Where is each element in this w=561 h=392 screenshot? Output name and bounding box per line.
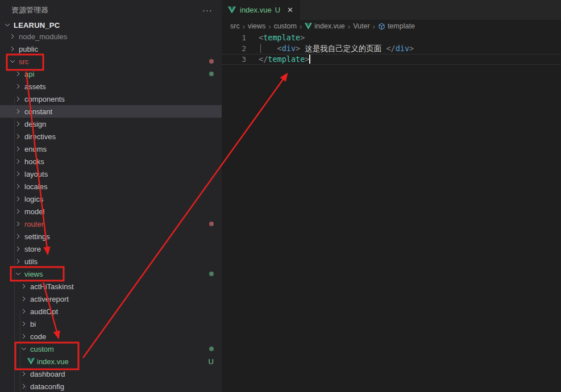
breadcrumb-segment-custom[interactable]: custom — [274, 22, 297, 30]
tree-item-label: utils — [24, 257, 38, 266]
code-line-1: 1<template> — [222, 32, 561, 43]
breadcrumb-label: index.vue — [314, 22, 345, 30]
breadcrumb-label: template — [388, 22, 415, 30]
tree-item-auditOpt[interactable]: auditOpt — [0, 305, 222, 318]
chevron-right-icon — [19, 319, 28, 328]
tree-item-utils[interactable]: utils — [0, 255, 222, 268]
code-editor[interactable]: 1<template>2 <div> 这是我自己定义的页面 </div>3</t… — [222, 32, 561, 65]
close-icon[interactable]: ✕ — [286, 6, 294, 14]
tree-item-dashboard[interactable]: dashboard — [0, 368, 222, 380]
tree-item-design[interactable]: design — [0, 118, 222, 130]
tree-item-router[interactable]: router — [0, 218, 222, 230]
breadcrumb-label: views — [248, 22, 265, 30]
chevron-right-icon — [14, 232, 23, 241]
chevron-right-icon — [14, 194, 23, 203]
breadcrumb-segment-index.vue[interactable]: index.vue — [305, 22, 345, 30]
tree-item-code[interactable]: code — [0, 330, 222, 343]
breadcrumb-segment-views[interactable]: views — [248, 22, 265, 30]
tree-item-label: views — [24, 270, 43, 278]
breadcrumb-segment-Vuter[interactable]: Vuter — [353, 22, 369, 30]
breadcrumb-segment-template[interactable]: template — [378, 22, 415, 30]
vue-icon — [305, 23, 312, 30]
line-content: </template> — [246, 54, 310, 65]
chevron-right-icon — [14, 144, 23, 153]
chevron-right-icon — [14, 69, 23, 78]
tree-item-custom[interactable]: custom — [0, 343, 222, 355]
tree-item-label: settings — [24, 232, 50, 241]
tree-item-label: layouts — [24, 170, 48, 178]
tree-item-label: dashboard — [30, 370, 65, 378]
tree-item-src[interactable]: src — [0, 55, 222, 68]
chevron-right-icon — [14, 94, 23, 103]
tree-item-hooks[interactable]: hooks — [0, 155, 222, 168]
tree-item-bi[interactable]: bi — [0, 318, 222, 330]
tree-item-logics[interactable]: logics — [0, 193, 222, 205]
chevron-right-icon — [14, 132, 23, 141]
tree-item-label: actHiTaskinst — [30, 282, 74, 291]
tree-item-label: src — [19, 57, 28, 66]
tree-item-actHiTaskinst[interactable]: actHiTaskinst — [0, 280, 222, 293]
tree-item-label: index.vue — [37, 357, 69, 366]
breadcrumb-separator-icon: › — [243, 22, 245, 31]
tree-item-label: node_modules — [19, 32, 67, 41]
breadcrumb: src›views›custom›index.vue›Vuter›templat… — [222, 20, 561, 32]
tree-item-layouts[interactable]: layouts — [0, 168, 222, 180]
tree-item-api[interactable]: api — [0, 68, 222, 80]
tree-item-label: enums — [24, 145, 47, 153]
tree-item-assets[interactable]: assets — [0, 80, 222, 93]
chevron-right-icon — [14, 169, 23, 178]
tab-label: index.vue — [240, 6, 272, 14]
tree-item-public[interactable]: public — [0, 43, 222, 55]
code-line-3: 3</template> — [222, 54, 561, 65]
chevron-right-icon — [14, 219, 23, 228]
tree-item-label: model — [24, 207, 44, 216]
text-cursor — [309, 55, 310, 64]
tree-item-dataconfig[interactable]: dataconfig — [0, 380, 222, 392]
symbol-template-icon — [378, 23, 385, 30]
chevron-right-icon — [19, 369, 28, 378]
tree-item-components[interactable]: components — [0, 93, 222, 105]
tab-git-status: U — [275, 6, 280, 14]
tree-item-store[interactable]: store — [0, 243, 222, 255]
tree-item-label: constant — [24, 107, 52, 116]
tree-item-locales[interactable]: locales — [0, 180, 222, 193]
tree-item-constant[interactable]: constant — [0, 105, 222, 118]
tree-item-directives[interactable]: directives — [0, 130, 222, 143]
vue-icon — [227, 6, 236, 15]
sidebar-header: 资源管理器 ··· — [0, 0, 222, 20]
breadcrumb-label: Vuter — [353, 22, 369, 30]
git-added-dot-badge — [209, 272, 214, 276]
more-actions-icon[interactable]: ··· — [200, 5, 215, 15]
tree-item-node_modules[interactable]: node_modules — [0, 30, 222, 43]
tree-item-label: router — [24, 220, 44, 228]
tab-index-vue[interactable]: index.vue U ✕ — [222, 0, 300, 20]
breadcrumb-separator-icon: › — [348, 22, 350, 31]
line-number: 1 — [222, 32, 246, 43]
tree-root-learun-pc[interactable]: LEARUN_PC — [0, 20, 222, 30]
tree-item-label: design — [24, 120, 46, 128]
tree-item-activereport[interactable]: activereport — [0, 293, 222, 305]
tree-item-index.vue[interactable]: index.vueU — [0, 355, 222, 368]
chevron-right-icon — [14, 257, 23, 266]
tree-item-label: logics — [24, 195, 43, 203]
chevron-down-icon — [3, 20, 12, 30]
chevron-right-icon — [14, 82, 23, 91]
vue-icon — [26, 357, 35, 366]
tree-item-label: store — [24, 245, 41, 253]
chevron-right-icon — [14, 182, 23, 191]
tree-item-settings[interactable]: settings — [0, 230, 222, 243]
breadcrumb-label: src — [230, 22, 240, 30]
error-dot-badge — [209, 59, 214, 64]
breadcrumb-label: custom — [274, 22, 297, 30]
breadcrumb-segment-src[interactable]: src — [230, 22, 240, 30]
tree-item-label: auditOpt — [30, 307, 58, 316]
chevron-right-icon — [8, 32, 17, 41]
root-label: LEARUN_PC — [14, 21, 60, 30]
tree-item-label: locales — [24, 182, 47, 191]
tree-item-label: custom — [30, 345, 54, 353]
chevron-right-icon — [19, 282, 28, 291]
tree-item-enums[interactable]: enums — [0, 143, 222, 155]
tree-item-model[interactable]: model — [0, 205, 222, 218]
tree-item-label: directives — [24, 132, 56, 141]
tree-item-views[interactable]: views — [0, 268, 222, 280]
